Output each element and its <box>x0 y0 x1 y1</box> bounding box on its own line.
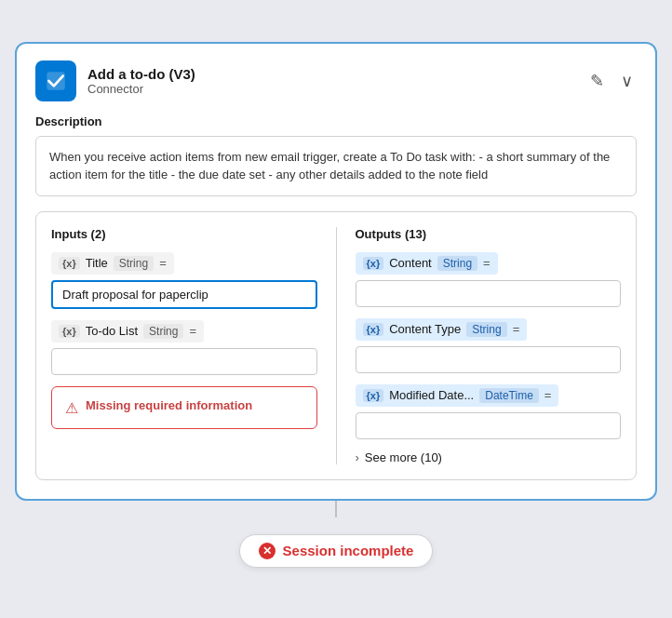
input-todolist-type: String <box>143 324 183 339</box>
output-content-badge: {x} <box>363 257 384 270</box>
session-incomplete-text: Session incomplete <box>283 543 414 558</box>
output-contenttype-type: String <box>466 322 506 337</box>
card-header-left: Add a to-do (V3) Connector <box>35 60 195 101</box>
input-title-name: Title <box>86 256 108 270</box>
input-todolist-label-row: {x} To-do List String = <box>51 320 204 343</box>
input-todolist-group: {x} To-do List String = <box>51 320 317 375</box>
chevron-right-icon: › <box>356 450 359 464</box>
outputs-title: Outputs (13) <box>356 227 622 241</box>
description-section: Description When you receive action item… <box>35 114 637 196</box>
card-title: Add a to-do (V3) <box>87 66 195 82</box>
page-wrapper: Add a to-do (V3) Connector ✎ ∨ Descripti… <box>0 0 672 618</box>
edit-icon: ✎ <box>590 71 604 91</box>
output-modifieddate-field[interactable] <box>356 412 622 439</box>
inputs-title: Inputs (2) <box>51 227 317 241</box>
output-contenttype-label-row: {x} Content Type String = <box>356 318 528 341</box>
output-modifieddate-label-row: {x} Modified Date... DateTime = <box>356 384 559 407</box>
error-box: ⚠ Missing required information <box>51 386 317 429</box>
action-card: Add a to-do (V3) Connector ✎ ∨ Descripti… <box>15 42 657 501</box>
input-title-badge: {x} <box>59 257 80 270</box>
see-more-label: See more (10) <box>365 450 442 464</box>
collapse-icon: ∨ <box>621 71 633 91</box>
input-todolist-eq: = <box>189 324 196 338</box>
app-icon <box>35 60 76 101</box>
output-content-group: {x} Content String = <box>356 252 622 307</box>
input-title-eq: = <box>159 256 167 270</box>
output-contenttype-badge: {x} <box>363 323 384 336</box>
output-modifieddate-type: DateTime <box>479 388 539 403</box>
output-content-eq: = <box>483 256 491 270</box>
card-subtitle: Connector <box>87 82 195 96</box>
output-content-label-row: {x} Content String = <box>356 252 498 275</box>
output-contenttype-field[interactable] <box>356 346 622 373</box>
column-divider <box>336 227 337 464</box>
inputs-column: Inputs (2) {x} Title String = {x} To- <box>51 227 317 464</box>
card-title-block: Add a to-do (V3) Connector <box>87 66 195 96</box>
input-todolist-badge: {x} <box>59 325 80 338</box>
error-message: Missing required information <box>86 398 252 412</box>
output-contenttype-group: {x} Content Type String = <box>356 318 622 373</box>
output-modifieddate-name: Modified Date... <box>389 388 474 402</box>
card-header: Add a to-do (V3) Connector ✎ ∨ <box>35 60 637 101</box>
input-title-field[interactable] <box>51 280 317 309</box>
description-label: Description <box>35 114 637 128</box>
input-title-label-row: {x} Title String = <box>51 252 174 275</box>
outputs-column: Outputs (13) {x} Content String = {x} <box>356 227 622 464</box>
output-content-name: Content <box>389 256 432 270</box>
output-contenttype-eq: = <box>513 322 520 336</box>
output-content-type: String <box>437 256 477 271</box>
description-text: When you receive action items from new e… <box>35 136 637 196</box>
warning-icon: ⚠ <box>65 399 78 417</box>
see-more-button[interactable]: › See more (10) <box>356 450 622 464</box>
edit-button[interactable]: ✎ <box>586 67 608 95</box>
connector-line <box>335 501 337 517</box>
output-content-field[interactable] <box>356 280 622 307</box>
card-header-right: ✎ ∨ <box>586 67 637 95</box>
session-error-icon: ✕ <box>259 543 276 559</box>
output-modifieddate-group: {x} Modified Date... DateTime = <box>356 384 622 439</box>
input-todolist-name: To-do List <box>86 324 138 338</box>
input-title-type: String <box>114 256 154 271</box>
input-todolist-field[interactable] <box>51 348 317 375</box>
io-section: Inputs (2) {x} Title String = {x} To- <box>35 211 637 480</box>
output-modifieddate-badge: {x} <box>363 389 384 402</box>
session-badge: ✕ Session incomplete <box>239 534 434 568</box>
collapse-button[interactable]: ∨ <box>617 67 637 95</box>
output-contenttype-name: Content Type <box>389 322 461 336</box>
input-title-group: {x} Title String = <box>51 252 317 309</box>
output-modifieddate-eq: = <box>544 388 552 402</box>
